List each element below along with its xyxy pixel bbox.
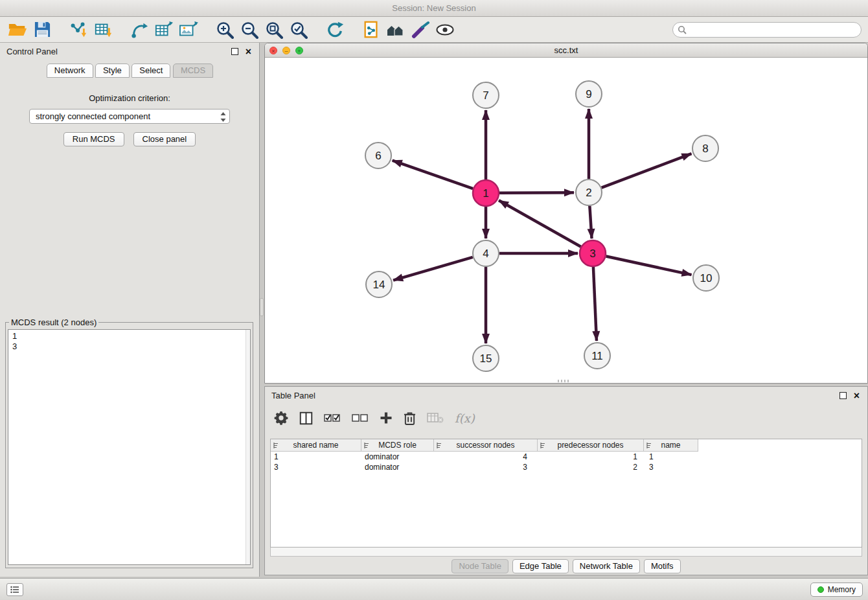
export-image-icon: [179, 21, 198, 39]
search-input[interactable]: [672, 22, 862, 38]
column-header-successor-nodes[interactable]: successor nodes: [434, 439, 538, 452]
graph-node-4[interactable]: 4: [473, 240, 499, 266]
mcds-result-list[interactable]: 1 3: [8, 329, 251, 565]
delete-column-button[interactable]: [404, 411, 416, 426]
mcds-result-scrollbar[interactable]: [246, 330, 250, 564]
window-resize-handle[interactable]: [558, 380, 569, 382]
run-mcds-button[interactable]: Run MCDS: [63, 132, 124, 146]
cell-predecessor-nodes[interactable]: 2: [538, 463, 644, 472]
graph-node-7[interactable]: 7: [473, 82, 499, 108]
refresh-icon: [326, 21, 344, 39]
graph-node-1[interactable]: 1: [473, 180, 499, 206]
graph-edge-4-14[interactable]: [393, 257, 473, 281]
open-session-button[interactable]: [5, 18, 30, 41]
export-table-button[interactable]: [152, 18, 176, 41]
network-canvas-wrap: 7968124314101511: [265, 58, 867, 383]
tab-network[interactable]: Network: [47, 63, 93, 78]
column-header-name[interactable]: name: [644, 439, 698, 452]
column-header-predecessor-nodes[interactable]: predecessor nodes: [538, 439, 644, 452]
gear-icon: [274, 411, 288, 425]
cell-name[interactable]: 3: [644, 463, 698, 472]
graph-node-11[interactable]: 11: [584, 343, 610, 369]
window-title: Session: New Session: [392, 3, 475, 13]
show-columns-button[interactable]: [299, 411, 313, 425]
show-hide-button[interactable]: [433, 18, 457, 41]
close-panel-icon[interactable]: ×: [246, 45, 251, 58]
table-row[interactable]: 1 dominator 4 1 1: [271, 452, 862, 462]
table-panel: Table Panel ×: [264, 386, 868, 575]
import-table-button[interactable]: [91, 18, 115, 41]
import-network-button[interactable]: [66, 18, 91, 41]
minimize-window-icon[interactable]: –: [282, 47, 290, 54]
cell-name[interactable]: 1: [644, 452, 698, 461]
graph-edge-1-2[interactable]: [499, 192, 574, 193]
window-titlebar[interactable]: Session: New Session: [0, 0, 868, 17]
style-brush-button[interactable]: [408, 18, 433, 41]
refresh-button[interactable]: [323, 18, 347, 41]
home-pair-button[interactable]: [383, 18, 408, 41]
network-canvas[interactable]: 7968124314101511: [265, 58, 867, 383]
zoom-selected-button[interactable]: [286, 18, 311, 41]
clear-selection-button[interactable]: [352, 413, 369, 423]
graph-node-2[interactable]: 2: [576, 179, 602, 205]
document-network-button[interactable]: [359, 18, 383, 41]
tab-edge-table[interactable]: Edge Table: [512, 559, 569, 573]
zoom-selected-icon: [290, 21, 308, 39]
select-all-button[interactable]: [324, 413, 341, 423]
table-horizontal-scrollbar[interactable]: [270, 548, 862, 557]
cell-predecessor-nodes[interactable]: 1: [538, 452, 644, 461]
tab-select[interactable]: Select: [131, 63, 170, 78]
float-table-panel-icon[interactable]: [839, 392, 847, 399]
column-header-mcds-role[interactable]: MCDS role: [361, 439, 434, 452]
zoom-out-button[interactable]: [237, 18, 262, 41]
graph-edge-3-10[interactable]: [606, 256, 692, 275]
graph-node-3[interactable]: 3: [580, 240, 606, 266]
window-controls: × – +: [269, 47, 303, 54]
close-window-icon[interactable]: ×: [269, 47, 277, 54]
import-network-icon: [69, 21, 87, 39]
close-table-panel-icon[interactable]: ×: [854, 389, 860, 402]
float-panel-icon[interactable]: [231, 48, 238, 55]
graph-edge-1-6[interactable]: [393, 161, 473, 189]
criterion-dropdown[interactable]: strongly connected component: [29, 109, 230, 124]
graph-node-14[interactable]: 14: [366, 271, 392, 297]
panel-list-button[interactable]: [6, 583, 23, 596]
graph-edge-3-1[interactable]: [499, 200, 581, 246]
graph-node-15[interactable]: 15: [473, 345, 499, 371]
tab-motifs[interactable]: Motifs: [644, 559, 681, 573]
graph-edge-2-8[interactable]: [602, 154, 692, 187]
mcds-result-box: MCDS result (2 nodes) 1 3: [5, 317, 253, 568]
cell-shared-name[interactable]: 3: [271, 463, 361, 472]
column-header-shared-name[interactable]: shared name: [271, 439, 361, 452]
panel-splitter-grip[interactable]: [260, 298, 264, 316]
search-field-wrap: [672, 22, 862, 38]
graph-node-8[interactable]: 8: [692, 135, 718, 161]
graph-node-6[interactable]: 6: [365, 143, 391, 168]
cell-shared-name[interactable]: 1: [271, 452, 361, 461]
zoom-in-button[interactable]: [212, 18, 237, 41]
maximize-window-icon[interactable]: +: [295, 47, 303, 54]
network-arrows-button[interactable]: [127, 18, 152, 41]
save-session-button[interactable]: [30, 18, 54, 41]
graph-node-10[interactable]: 10: [693, 265, 719, 291]
export-image-button[interactable]: [176, 18, 201, 41]
tab-network-table[interactable]: Network Table: [573, 559, 640, 573]
network-window-titlebar[interactable]: × – + scc.txt: [265, 43, 867, 58]
cell-successor-nodes[interactable]: 4: [434, 452, 538, 461]
zoom-fit-button[interactable]: [262, 18, 286, 41]
table-settings-button[interactable]: [274, 411, 288, 425]
tab-mcds[interactable]: MCDS: [173, 63, 213, 78]
add-column-button[interactable]: [380, 411, 393, 424]
close-panel-button[interactable]: Close panel: [133, 132, 196, 146]
cell-mcds-role[interactable]: dominator: [361, 452, 434, 461]
table-row[interactable]: 3 dominator 3 2 3: [271, 462, 862, 472]
add-column-icon: [380, 411, 393, 424]
graph-edge-2-3[interactable]: [589, 206, 591, 238]
memory-button[interactable]: Memory: [810, 583, 863, 597]
cell-mcds-role[interactable]: dominator: [361, 463, 434, 472]
tab-node-table[interactable]: Node Table: [451, 559, 508, 573]
graph-edge-3-11[interactable]: [593, 267, 597, 341]
graph-node-9[interactable]: 9: [576, 81, 602, 107]
cell-successor-nodes[interactable]: 3: [434, 463, 538, 472]
tab-style[interactable]: Style: [95, 63, 130, 78]
